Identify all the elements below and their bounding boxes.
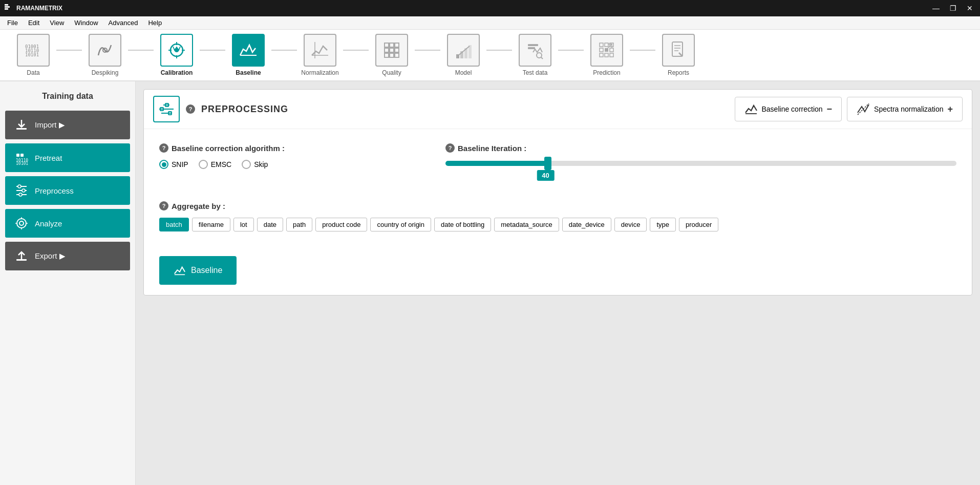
svg-rect-18	[390, 43, 394, 47]
baseline-correction-button[interactable]: Baseline correction −	[735, 97, 842, 121]
preprocessing-icon-box	[153, 96, 180, 122]
tag-country-of-origin[interactable]: country of origin	[370, 218, 431, 231]
svg-rect-0	[5, 4, 8, 6]
pipeline-step-testdata[interactable]: Test data	[512, 34, 558, 76]
pipeline-icon-quality	[375, 34, 408, 67]
radio-circle-emsc	[199, 160, 208, 169]
pipeline-step-despiking[interactable]: Despiking	[82, 34, 128, 76]
menu-advanced[interactable]: Advanced	[103, 17, 143, 28]
minimize-button[interactable]: —	[929, 3, 943, 13]
algorithm-label: Baseline correction algorithm :	[172, 144, 285, 153]
iteration-label: Baseline Iteration :	[458, 144, 526, 153]
aggregate-label: Aggregate by :	[172, 202, 225, 210]
svg-rect-2	[5, 8, 8, 10]
algorithm-help-badge[interactable]: ?	[159, 143, 168, 153]
content-area: ? PREPROCESSING Baseline correction −	[136, 81, 980, 485]
iteration-help-badge[interactable]: ?	[445, 143, 455, 153]
radio-label-emsc: EMSC	[211, 160, 231, 168]
pipeline-icon-baseline	[232, 34, 265, 67]
baseline-correction-icon	[744, 102, 758, 116]
pipeline-step-data[interactable]: 01001 10110 10101 Data	[10, 34, 56, 76]
preprocess-label: Preprocess	[35, 186, 74, 195]
svg-rect-28	[460, 51, 463, 58]
svg-rect-20	[385, 48, 389, 52]
pipeline-step-model[interactable]: Model	[440, 34, 486, 76]
pipeline-step-reports[interactable]: Reports	[655, 34, 701, 76]
pretreat-icon: 10110 10101	[14, 151, 29, 165]
tag-producer[interactable]: producer	[679, 218, 718, 231]
export-button[interactable]: Export ▶	[5, 242, 130, 270]
pipeline-step-quality[interactable]: Quality	[369, 34, 415, 76]
window-controls: — ❐ ✕	[929, 3, 976, 13]
tag-product-code[interactable]: product code	[315, 218, 367, 231]
pipeline-label-despiking: Despiking	[92, 69, 119, 76]
svg-rect-35	[600, 43, 603, 47]
pipeline-step-baseline[interactable]: Baseline	[225, 34, 271, 76]
spectra-normalization-button[interactable]: Spectra normalization +	[847, 97, 963, 121]
tag-date-of-bottling[interactable]: date of bottling	[434, 218, 491, 231]
pipeline-label-reports: Reports	[668, 69, 689, 76]
menu-edit[interactable]: Edit	[23, 17, 45, 28]
svg-text:10101: 10101	[16, 161, 28, 165]
menu-view[interactable]: View	[45, 17, 69, 28]
pipeline-connector-5	[343, 50, 369, 51]
tag-date_device[interactable]: date_device	[562, 218, 611, 231]
import-label: Import ▶	[35, 120, 65, 130]
pipeline-step-prediction[interactable]: Prediction	[584, 34, 630, 76]
preprocessing-panel: ? PREPROCESSING Baseline correction −	[143, 89, 972, 296]
radio-skip[interactable]: Skip	[242, 160, 268, 169]
maximize-button[interactable]: ❐	[947, 3, 960, 13]
preprocessing-help-badge[interactable]: ?	[186, 104, 195, 114]
radio-dot-snip	[162, 162, 166, 167]
pipeline-label-prediction: Prediction	[593, 69, 620, 76]
close-button[interactable]: ✕	[964, 3, 976, 13]
pipeline-step-calibration[interactable]: Calibration	[154, 34, 200, 76]
svg-point-61	[19, 221, 24, 225]
pipeline-step-normalization[interactable]: Normalization	[297, 34, 343, 76]
tag-metadata_source[interactable]: metadata_source	[494, 218, 559, 231]
menu-window[interactable]: Window	[69, 17, 103, 28]
tag-date[interactable]: date	[257, 218, 283, 231]
pretreat-button[interactable]: 10110 10101 Pretreat	[5, 143, 130, 172]
pipeline-connector-6	[415, 50, 440, 51]
pipeline-icon-testdata	[519, 34, 551, 67]
menu-help[interactable]: Help	[143, 17, 167, 28]
preprocess-button[interactable]: Preprocess	[5, 176, 130, 205]
pipeline-icon-despiking	[89, 34, 121, 67]
tag-device[interactable]: device	[614, 218, 647, 231]
aggregate-help-badge[interactable]: ?	[159, 201, 168, 210]
baseline-run-button[interactable]: Baseline	[159, 256, 237, 285]
radio-label-skip: Skip	[254, 160, 268, 168]
import-button[interactable]: Import ▶	[5, 111, 130, 139]
menu-file[interactable]: File	[2, 17, 23, 28]
radio-emsc[interactable]: EMSC	[199, 160, 231, 169]
pipeline-toolbar: 01001 10110 10101 Data Despiking	[0, 30, 980, 81]
baseline-correction-label: Baseline correction	[762, 105, 823, 113]
svg-rect-36	[605, 43, 608, 47]
tag-filename[interactable]: filename	[192, 218, 230, 231]
tag-lot[interactable]: lot	[233, 218, 254, 231]
pipeline-label-model: Model	[455, 69, 472, 76]
menu-bar: File Edit View Window Advanced Help	[0, 16, 980, 30]
svg-rect-66	[16, 259, 27, 261]
export-label: Export ▶	[35, 251, 66, 261]
tags-container: batchfilenamelotdatepathproduct codecoun…	[159, 218, 956, 231]
baseline-correction-minus: −	[827, 104, 833, 115]
svg-line-34	[541, 57, 543, 59]
iteration-slider[interactable]	[445, 161, 956, 166]
preprocess-icon	[14, 183, 29, 198]
svg-rect-32	[528, 47, 535, 49]
svg-rect-30	[468, 45, 472, 58]
svg-rect-17	[385, 43, 389, 47]
tag-batch[interactable]: batch	[159, 218, 189, 231]
analyze-button[interactable]: Analyze	[5, 209, 130, 238]
radio-snip[interactable]: SNIP	[159, 160, 188, 169]
action-buttons: Baseline correction − Spectra normalizat…	[735, 97, 963, 121]
iteration-label-row: ? Baseline Iteration :	[445, 143, 956, 153]
tag-type[interactable]: type	[650, 218, 676, 231]
tag-path[interactable]: path	[286, 218, 312, 231]
algorithm-group: ? Baseline correction algorithm : SNIP	[159, 143, 415, 186]
svg-rect-43	[610, 53, 613, 57]
radio-label-snip: SNIP	[172, 160, 188, 168]
app-icon	[4, 4, 13, 13]
